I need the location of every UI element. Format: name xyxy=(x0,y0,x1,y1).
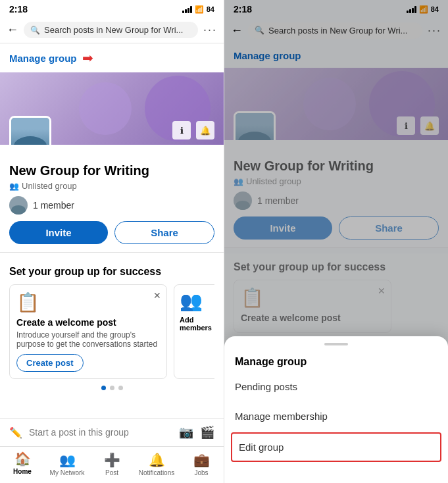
arrow-icon-left: ➡ xyxy=(82,50,93,66)
nav-home[interactable]: 🏠 Home xyxy=(0,449,45,476)
card-title-2: Add members xyxy=(180,316,214,332)
search-input-left[interactable]: 🔍 Search posts in New Group for Wri... xyxy=(24,22,198,38)
home-icon: 🏠 xyxy=(14,451,31,467)
group-info-left: New Group for Writing 👥 Unlisted group 1… xyxy=(0,145,224,253)
signal-icon xyxy=(182,5,192,13)
setup-cards-left: ✕ 📋 Create a welcome post Introduce your… xyxy=(9,284,214,379)
more-button-left[interactable]: ··· xyxy=(203,23,217,37)
compose-edit-icon: ✏️ xyxy=(9,426,22,439)
manage-group-link-left[interactable]: Manage group xyxy=(9,53,77,64)
nav-network-label: My Network xyxy=(50,469,85,476)
group-type-label: Unlisted group xyxy=(22,181,77,191)
card-title-1: Create a welcome post xyxy=(16,317,160,328)
dot-1 xyxy=(101,386,106,390)
create-post-button[interactable]: Create post xyxy=(16,354,84,372)
left-panel: 2:18 📶 84 ← 🔍 Search posts in New Group … xyxy=(0,0,224,483)
jobs-icon: 💼 xyxy=(193,452,210,468)
cover-decoration-1 xyxy=(79,82,132,135)
notifications-icon: 🔔 xyxy=(149,452,165,468)
dot-2 xyxy=(110,386,114,390)
setup-card-2-mini: 👥 Add members xyxy=(174,284,214,379)
group-name-left: New Group for Writing xyxy=(9,163,214,178)
search-bar-left: ← 🔍 Search posts in New Group for Wri...… xyxy=(0,17,224,43)
nav-post-label: Post xyxy=(105,469,118,476)
member-row-left: 1 member xyxy=(9,196,214,215)
wifi-icon: 📶 xyxy=(195,5,204,14)
nav-jobs[interactable]: 💼 Jobs xyxy=(179,449,224,476)
bottom-sheet: Manage group Pending posts Manage member… xyxy=(224,336,448,483)
nav-post[interactable]: ➕ Post xyxy=(89,449,134,476)
search-icon-left: 🔍 xyxy=(30,26,40,35)
member-avatar-left xyxy=(9,196,28,215)
cover-action-icons: ℹ 🔔 xyxy=(172,121,214,140)
card-close-1[interactable]: ✕ xyxy=(153,290,161,301)
nav-notifications[interactable]: 🔔 Notifications xyxy=(134,449,179,476)
card-icon-1: 📋 xyxy=(16,292,160,313)
post-icon: ➕ xyxy=(104,452,120,468)
card-icon-2: 👥 xyxy=(180,290,214,312)
group-type-icon: 👥 xyxy=(9,182,19,191)
invite-button-left[interactable]: Invite xyxy=(9,221,108,244)
group-avatar-left xyxy=(9,116,51,145)
back-button-left[interactable]: ← xyxy=(7,23,18,37)
compose-placeholder[interactable]: Start a post in this group xyxy=(29,427,172,438)
sheet-title: Manage group xyxy=(224,349,448,372)
share-button-left[interactable]: Share xyxy=(114,221,214,244)
edit-group-item[interactable]: Edit group xyxy=(231,432,441,462)
member-count-left: 1 member xyxy=(33,200,74,211)
group-type-left: 👥 Unlisted group xyxy=(9,181,214,191)
camera-icon[interactable]: 📷 xyxy=(179,425,193,440)
card-desc-1: Introduce yourself and the group's purpo… xyxy=(16,330,160,349)
setup-title-left: Set your group up for success xyxy=(9,266,214,278)
sheet-handle xyxy=(324,343,348,345)
action-buttons-left: Invite Share xyxy=(9,221,214,244)
nav-notifications-label: Notifications xyxy=(139,469,174,476)
group-cover-left: ℹ 🔔 xyxy=(0,72,224,145)
nav-home-label: Home xyxy=(13,468,32,475)
right-panel: 2:18 📶 84 ← 🔍 Search posts in New Group … xyxy=(224,0,448,483)
compose-bar-left: ✏️ Start a post in this group 📷 🎬 xyxy=(0,418,224,446)
pending-posts-item[interactable]: Pending posts xyxy=(224,372,448,401)
video-icon[interactable]: 🎬 xyxy=(200,425,214,440)
setup-card-1: ✕ 📋 Create a welcome post Introduce your… xyxy=(9,284,167,379)
status-bar-left: 2:18 📶 84 xyxy=(0,0,224,17)
dots-indicator xyxy=(9,386,214,390)
battery-left: 84 xyxy=(207,5,214,13)
dot-3 xyxy=(118,386,123,390)
nav-network[interactable]: 👥 My Network xyxy=(45,449,89,476)
bottom-nav-left: 🏠 Home 👥 My Network ➕ Post 🔔 Notificatio… xyxy=(0,446,224,483)
search-text-left: Search posts in New Group for Wri... xyxy=(44,25,183,35)
time-left: 2:18 xyxy=(9,4,28,14)
status-icons-left: 📶 84 xyxy=(182,5,214,14)
network-icon: 👥 xyxy=(59,452,76,468)
notification-button[interactable]: 🔔 xyxy=(196,121,214,140)
info-button[interactable]: ℹ xyxy=(172,121,191,140)
manage-group-bar-left: Manage group ➡ xyxy=(0,43,224,72)
manage-membership-item[interactable]: Manage membership xyxy=(224,401,448,431)
setup-section-left: Set your group up for success ✕ 📋 Create… xyxy=(0,258,224,398)
nav-jobs-label: Jobs xyxy=(194,469,208,476)
